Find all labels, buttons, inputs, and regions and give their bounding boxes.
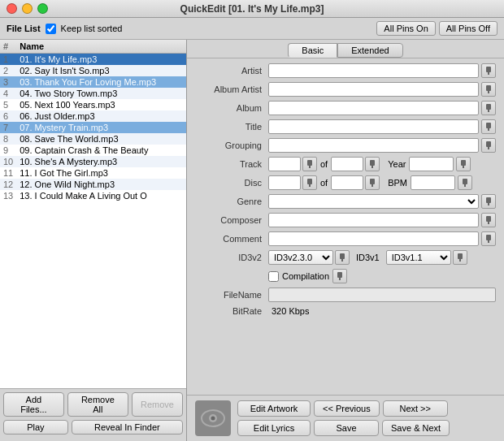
title-pin[interactable] — [481, 119, 496, 134]
artist-pin[interactable] — [481, 63, 496, 78]
disc-of-pin[interactable] — [365, 175, 380, 190]
filename-input[interactable] — [268, 288, 496, 302]
file-row-name: 07. Mystery Train.mp3 — [16, 122, 186, 133]
add-files-button[interactable]: Add Files... — [3, 392, 64, 417]
table-row[interactable]: 101. It's My Life.mp3 — [0, 54, 186, 66]
table-row[interactable]: 1212. One Wild Night.mp3 — [0, 179, 186, 190]
album-artist-input[interactable] — [268, 82, 479, 97]
grouping-input[interactable] — [268, 138, 479, 153]
file-row-name: 09. Captain Crash & The Beauty — [16, 145, 186, 156]
svg-rect-10 — [307, 160, 312, 166]
col-num: # — [0, 40, 16, 54]
track-pin[interactable] — [302, 157, 317, 171]
comment-input[interactable] — [268, 231, 479, 246]
year-input[interactable] — [409, 157, 454, 171]
svg-rect-4 — [486, 104, 491, 110]
id3v2-pin[interactable] — [335, 250, 350, 265]
id3v1-select[interactable]: ID3v1.1 ID3v1.0 — [386, 250, 451, 265]
save-next-button[interactable]: Save & Next — [382, 420, 450, 436]
all-pins-on-button[interactable]: All Pins On — [376, 21, 435, 36]
tab-basic[interactable]: Basic — [288, 43, 337, 58]
compilation-pin[interactable] — [332, 269, 347, 283]
grouping-label: Grouping — [195, 141, 268, 150]
disc-input[interactable] — [268, 175, 301, 190]
table-row[interactable]: 808. Save The World.mp3 — [0, 133, 186, 145]
bottom-panel: Edit Artwork << Previous Next >> Edit Ly… — [187, 395, 504, 441]
filename-label: FileName — [195, 290, 268, 300]
album-artist-pin[interactable] — [481, 82, 496, 97]
disc-of-input[interactable] — [331, 175, 363, 190]
file-row-num: 8 — [0, 133, 16, 145]
svg-rect-32 — [337, 272, 342, 278]
file-row-num: 6 — [0, 110, 16, 122]
genre-label: Genre — [195, 197, 268, 206]
svg-rect-27 — [488, 240, 489, 243]
table-row[interactable]: 1111. I Got The Girl.mp3 — [0, 167, 186, 179]
bpm-input[interactable] — [411, 175, 455, 190]
left-panel: # Name 101. It's My Life.mp3202. Say It … — [0, 40, 187, 441]
disc-label: Disc — [195, 178, 268, 188]
table-row[interactable]: 909. Captain Crash & The Beauty — [0, 145, 186, 156]
close-button[interactable] — [7, 3, 17, 14]
genre-select[interactable] — [268, 194, 479, 209]
previous-button[interactable]: << Previous — [314, 400, 380, 417]
remove-all-button[interactable]: Remove All — [67, 392, 128, 417]
id3v2-select[interactable]: ID3v2.3.0 ID3v2.4.0 — [268, 250, 333, 265]
table-row[interactable]: 1313. I Could Make A Living Out O — [0, 190, 186, 201]
file-row-num: 12 — [0, 179, 16, 190]
composer-input[interactable] — [268, 213, 479, 227]
album-pin[interactable] — [481, 101, 496, 115]
id3v1-pin[interactable] — [453, 250, 467, 265]
table-row[interactable]: 505. Next 100 Years.mp3 — [0, 99, 186, 110]
genre-pin[interactable] — [481, 194, 496, 209]
table-row[interactable]: 707. Mystery Train.mp3 — [0, 122, 186, 133]
save-button[interactable]: Save — [314, 420, 379, 436]
file-row-num: 11 — [0, 167, 16, 179]
grouping-pin[interactable] — [481, 138, 496, 153]
table-row[interactable]: 404. Two Story Town.mp3 — [0, 88, 186, 99]
keep-sorted-checkbox[interactable] — [46, 24, 56, 34]
file-row-num: 1 — [0, 54, 16, 66]
track-of-pin[interactable] — [365, 157, 380, 171]
file-buttons-row: Add Files... Remove All Remove — [3, 392, 183, 417]
album-input[interactable] — [268, 101, 479, 115]
table-row[interactable]: 606. Just Older.mp3 — [0, 110, 186, 122]
tabs-bar: Basic Extended — [187, 40, 504, 58]
comment-pin[interactable] — [481, 231, 496, 246]
minimize-button[interactable] — [22, 3, 33, 14]
svg-rect-17 — [309, 184, 311, 187]
track-of-label: of — [320, 159, 328, 169]
table-row[interactable]: 202. Say It Isn't So.mp3 — [0, 65, 186, 76]
table-row[interactable]: 1010. She's A Mystery.mp3 — [0, 156, 186, 167]
svg-rect-0 — [486, 67, 491, 72]
id3-row: ID3v2 ID3v2.3.0 ID3v2.4.0 ID3v1 ID3v1.1 … — [195, 250, 496, 265]
all-pins-off-button[interactable]: All Pins Off — [439, 21, 497, 36]
table-row[interactable]: 303. Thank You For Loving Me.mp3 — [0, 76, 186, 88]
right-panel: Basic Extended Artist Album Artist — [187, 40, 504, 441]
track-of-input[interactable] — [331, 157, 363, 171]
disc-pin[interactable] — [302, 175, 317, 190]
track-label: Track — [195, 159, 268, 169]
remove-button[interactable]: Remove — [132, 392, 183, 417]
bottom-buttons: Edit Artwork << Previous Next >> Edit Ly… — [237, 400, 450, 436]
reveal-button[interactable]: Reveal In Finder — [72, 420, 183, 435]
title-input[interactable] — [268, 119, 479, 134]
bitrate-row: BitRate 320 Kbps — [195, 306, 496, 316]
compilation-checkbox[interactable] — [268, 271, 279, 282]
edit-artwork-button[interactable]: Edit Artwork — [237, 400, 311, 417]
maximize-button[interactable] — [37, 3, 48, 14]
track-input[interactable] — [268, 157, 301, 171]
composer-pin[interactable] — [481, 213, 496, 227]
play-button[interactable]: Play — [3, 420, 68, 435]
bottom-btn-row-1: Edit Artwork << Previous Next >> — [237, 400, 450, 417]
svg-rect-6 — [486, 123, 491, 128]
artist-input[interactable] — [268, 63, 479, 78]
edit-lyrics-button[interactable]: Edit Lyrics — [237, 420, 311, 436]
bpm-pin[interactable] — [458, 175, 472, 190]
album-row: Album — [195, 101, 496, 115]
window-title: QuickEdit [01. It's My Life.mp3] — [180, 3, 324, 15]
svg-rect-29 — [341, 259, 343, 262]
tab-extended[interactable]: Extended — [337, 43, 402, 58]
next-button[interactable]: Next >> — [383, 400, 448, 417]
year-pin[interactable] — [456, 157, 471, 171]
